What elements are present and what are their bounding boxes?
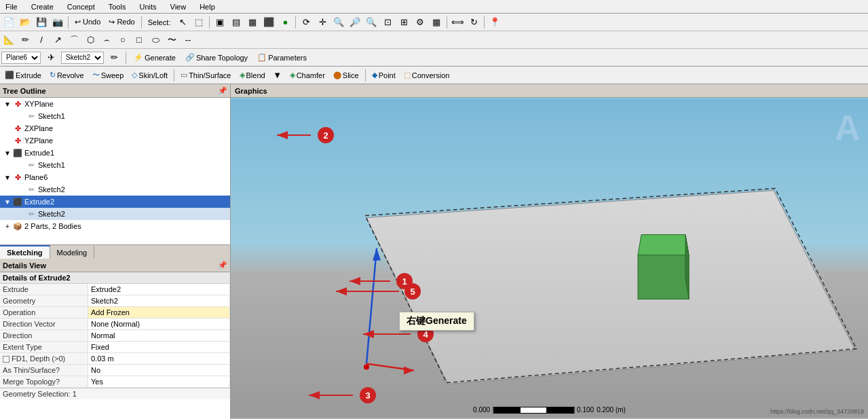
context-menu-tooltip[interactable]: 右键Generate [399,312,474,331]
skinloft-icon: ◇ [132,71,137,79]
tree-item-zxplane[interactable]: ✤ ZXPlane [0,122,230,134]
tangent-line[interactable]: ↗ [50,33,65,47]
arc[interactable]: ⌢ [99,33,114,47]
probe[interactable]: 📍 [487,16,502,29]
tree-item-sketch1-ext[interactable]: ✏ Sketch1 [0,159,230,171]
tree-item-extrude1[interactable]: ▼ ⬛ Extrude1 [0,147,230,159]
save-button[interactable]: 💾 [34,16,49,29]
line-tool[interactable]: / [34,33,49,47]
menu-concept[interactable]: Concept [64,2,98,12]
point-button[interactable]: ◆ Point [369,69,399,82]
construction[interactable]: -- [181,33,195,47]
revolve-button[interactable]: ↻ Revolve [46,69,88,82]
select-green[interactable]: ● [278,16,293,29]
pan[interactable]: ✛ [315,16,330,29]
parameters-button[interactable]: 📋 Parameters [254,51,310,65]
tab-sketching[interactable]: Sketching [0,245,50,259]
tree-item-extrude2[interactable]: ▼ ⬛ Extrude2 [0,196,230,208]
tree-item-yzplane[interactable]: ✤ YZPlane [0,134,230,147]
menu-tools[interactable]: Tools [106,2,129,12]
select-arrow[interactable]: ↖ [175,16,190,29]
display-mode[interactable]: ▦ [429,16,444,29]
plane-selector[interactable]: Plane6 [1,52,41,64]
chamfer-button[interactable]: ◈ Chamfer [286,69,328,82]
menu-view[interactable]: View [168,2,189,12]
select-edge[interactable]: ▤ [229,16,244,29]
details-content: Details of Extrude2 Extrude Extrude2 Geo… [0,272,230,419]
thinsurface-button[interactable]: ▭ Thin/Surface [177,69,234,82]
tree-pin-icon[interactable]: 📌 [218,86,227,95]
details-row-geometry: Geometry Sketch2 [0,295,230,307]
orbit[interactable]: ⟳ [299,16,314,29]
zoom-in[interactable]: 🔍 [331,16,346,29]
toolbar-row3: Plane6 ✈ Sketch2 ✏ ⚡ Generate 🔗 Share To… [0,49,868,67]
graphics-viewport[interactable]: A 右键Generate 2 [231,98,868,419]
skinloft-button[interactable]: ◇ Skin/Loft [128,69,171,82]
rect[interactable]: □ [132,33,147,47]
zoom-fit[interactable]: ⊡ [380,16,395,29]
sep-t4 [174,69,174,81]
tree-item-sketch2-ext[interactable]: ✏ Sketch2 [0,208,230,220]
expand-xyplane[interactable]: ▼ [3,101,12,108]
menu-create[interactable]: Create [29,2,56,12]
select-label: Select: [145,16,174,29]
polygon[interactable]: ⬡ [83,33,98,47]
details-pin-icon[interactable]: 📌 [218,261,227,270]
tab-modeling[interactable]: Modeling [50,245,95,259]
select-body[interactable]: ⬛ [261,16,276,29]
blend-dropdown[interactable]: ▼ [270,69,285,82]
tree-item-xyplane[interactable]: ▼ ✤ XYPlane [0,98,230,110]
undo-button[interactable]: ↩ Undo [71,16,104,29]
expand-pl6[interactable]: ▼ [3,174,12,181]
details-view-title: Details View [3,261,46,270]
select-face[interactable]: ▣ [212,16,227,29]
view-settings[interactable]: ⚙ [413,16,428,29]
tree-item-sketch1-xy[interactable]: ✏ Sketch1 [0,110,230,122]
tree-item-plane6[interactable]: ▼ ✤ Plane6 [0,171,230,183]
expand-ext2[interactable]: ▼ [3,198,12,206]
spline[interactable]: 〜 [164,33,179,47]
mirror[interactable]: ⟺ [450,16,465,29]
open-button[interactable]: 📂 [18,16,33,29]
zoom-out[interactable]: 🔍 [364,16,379,29]
expand-sk1 [16,113,26,120]
screenshot-button[interactable]: 📷 [50,16,65,29]
details-value-direction-vector: None (Normal) [88,318,230,329]
conversion-button[interactable]: ⬚ Conversion [400,69,453,82]
new-sketch[interactable]: 📐 [1,33,16,47]
zoom-extent[interactable]: ⊞ [396,16,411,29]
select-box[interactable]: ⬚ [191,16,206,29]
select-vertex[interactable]: ▦ [245,16,260,29]
circle[interactable]: ○ [115,33,130,47]
extrude-button[interactable]: ⬛ Extrude [1,69,45,82]
expand-ext1[interactable]: ▼ [3,149,12,157]
tree-outline-content[interactable]: ▼ ✤ XYPlane ✏ Sketch1 ✤ ZXPlane ✤ [0,98,230,244]
menu-units[interactable]: Units [136,2,159,12]
sketch-icon2[interactable]: ✏ [107,51,121,65]
zoom-box[interactable]: 🔎 [347,16,362,29]
details-label-extent-type: Extent Type [0,342,88,352]
expand-2parts[interactable]: + [3,223,12,230]
menu-help[interactable]: Help [197,2,218,12]
sketch-mode[interactable]: ✏ [18,33,33,47]
details-label-depth: FD1, Depth (>0) [0,353,88,364]
blend-button[interactable]: ◈ Blend [236,69,269,82]
slice-button[interactable]: ⬤ Slice [330,69,362,82]
depth-checkbox[interactable] [3,356,10,363]
rotate[interactable]: ↻ [466,16,481,29]
share-topology-button[interactable]: 🔗 Share Topology [182,51,251,65]
polyline[interactable]: ⌒ [67,33,81,47]
menu-file[interactable]: File [3,2,20,12]
sketch-selector[interactable]: Sketch2 [61,52,104,64]
generate-button[interactable]: ⚡ Generate [130,51,179,65]
sweep-button[interactable]: 〜 Sweep [89,69,128,82]
details-row-direction-vector: Direction Vector None (Normal) [0,318,230,330]
redo-button[interactable]: ↪ Redo [105,16,138,29]
plane-icon[interactable]: ✈ [43,51,58,65]
ellipse[interactable]: ⬭ [148,33,163,47]
new-button[interactable]: 📄 [1,16,16,29]
details-value-depth[interactable]: 0.03 m [88,353,230,364]
tree-item-sketch2-plane[interactable]: ✏ Sketch2 [0,183,230,196]
tree-item-2parts[interactable]: + 📦 2 Parts, 2 Bodies [0,220,230,232]
details-value-operation[interactable]: Add Frozen [88,307,230,318]
